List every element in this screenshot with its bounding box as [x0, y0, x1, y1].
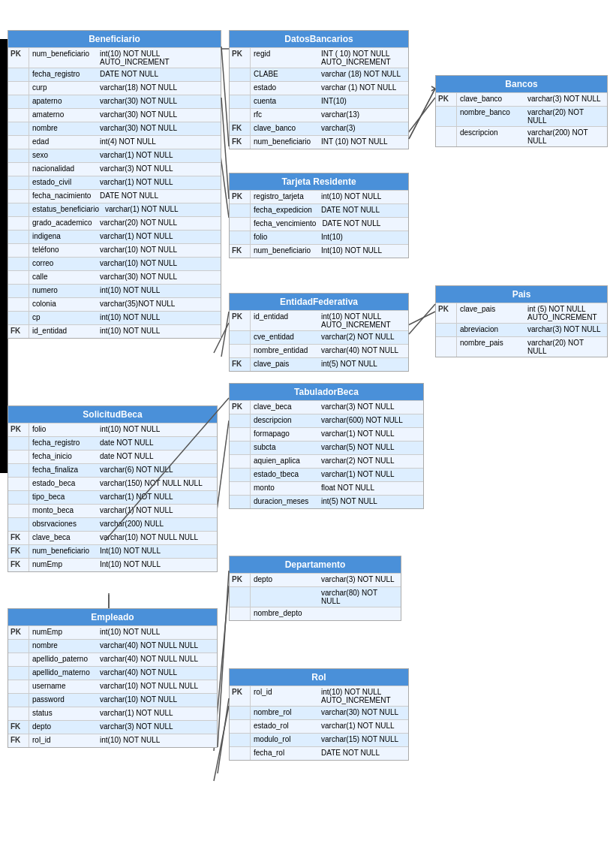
table-row: fecha_expedicion DATE NOT NULL [230, 203, 408, 217]
table-header-rol: Rol [230, 669, 408, 686]
diagram-container: Beneficiario PK num_beneficiario int(10)… [0, 0, 616, 865]
table-row: obsrvaciones varchar(200) NULL [8, 517, 217, 531]
table-row: FK clave_banco varchar(3) [230, 122, 408, 135]
svg-line-21 [218, 698, 229, 773]
table-departamento: Departamento PK depto varchar(3) NOT NUL… [229, 556, 401, 621]
table-row: cve_entidad varchar(2) NOT NULL [230, 330, 408, 344]
table-row: curp varchar(18) NOT NULL [8, 81, 221, 95]
table-row: cuenta INT(10) [230, 95, 408, 108]
table-row: fecha_vencimiento DATE NOT NULL [230, 217, 408, 231]
svg-line-11 [409, 89, 435, 139]
table-row: edad int(4) NOT NULL [8, 135, 221, 149]
table-row: PK clave_beca varchar(3) NOT NULL [230, 400, 423, 414]
table-row: FK clave_beca varchar(10) NOT NULL NULL [8, 531, 217, 544]
table-header-pais: Pais [436, 286, 607, 303]
table-row: nombre varchar(40) NOT NULL NULL [8, 639, 217, 653]
table-row: monto float NOT NULL [230, 481, 423, 495]
table-row: PK registro_tarjeta int(10) NOT NULL [230, 190, 408, 203]
table-row: PK numEmp int(10) NOT NULL [8, 625, 217, 639]
table-row: subcta varchar(5) NOT NULL [230, 441, 423, 454]
svg-line-10 [221, 47, 229, 146]
table-header-solicitudbeca: SolicitudBeca [8, 406, 217, 423]
table-row: nombre_depto [230, 607, 401, 620]
table-row: descripcion varchar(600) NOT NULL [230, 414, 423, 427]
table-row: FK num_beneficiario INT (10) NOT NULL [230, 135, 408, 149]
table-row: grado_academico varchar(20) NOT NULL [8, 216, 221, 230]
table-solicitudbeca: SolicitudBeca PK folio int(10) NOT NULL … [8, 405, 218, 572]
table-header-empleado: Empleado [8, 609, 217, 625]
table-row: nacionalidad varchar(3) NOT NULL [8, 162, 221, 176]
table-row: username varchar(10) NOT NULL NULL [8, 680, 217, 693]
table-row: FK numEmp Int(10) NOT NULL [8, 558, 217, 571]
table-row: formapago varchar(1) NOT NULL [230, 427, 423, 441]
table-row: estado_beca varchar(150) NOT NULL NULL [8, 477, 217, 490]
table-row: fecha_nacimiento DATE NOT NULL [8, 189, 221, 203]
table-pais: Pais PK clave_pais int (5) NOT NULL AUTO… [435, 285, 608, 357]
table-row: folio Int(10) [230, 231, 408, 244]
table-row: nombre_banco varchar(20) NOT NULL [436, 106, 607, 126]
table-row: abreviacion varchar(3) NOT NULL [436, 323, 607, 336]
table-row: rfc varchar(13) [230, 108, 408, 122]
table-row: fecha_registro date NOT NULL [8, 436, 217, 450]
table-row: estado_rol varchar(1) NOT NULL [230, 719, 408, 733]
table-row: indigena varchar(1) NOT NULL [8, 230, 221, 243]
table-datosbancarios: DatosBancarios PK regid INT ( 10) NOT NU… [229, 30, 409, 149]
table-rol: Rol PK rol_id int(10) NOT NULL AUTO_INCR… [229, 668, 409, 761]
table-entidadfederativa: EntidadFederativa PK id_entidad int(10) … [229, 293, 409, 372]
table-row: aquien_aplica varchar(2) NOT NULL [230, 454, 423, 468]
table-row: calle varchar(30) NOT NULL [8, 270, 221, 284]
table-row: duracion_meses int(5) NOT NULL [230, 495, 423, 508]
table-row: tipo_beca varchar(1) NOT NULL [8, 490, 217, 504]
table-header-datosbancarios: DatosBancarios [230, 31, 408, 47]
table-header-bancos: Bancos [436, 76, 607, 92]
table-row: apaterno varchar(30) NOT NULL [8, 95, 221, 108]
table-row: PK folio int(10) NOT NULL [8, 423, 217, 436]
table-header-beneficiario: Beneficiario [8, 31, 221, 47]
svg-line-17 [409, 304, 435, 334]
table-row: numero int(10) NOT NULL [8, 284, 221, 297]
table-row: FK id_entidad int(10) NOT NULL [8, 324, 221, 338]
table-tabuladorbeca: TabuladorBeca PK clave_beca varchar(3) N… [229, 383, 424, 509]
svg-line-15 [221, 98, 229, 199]
svg-line-20 [218, 571, 229, 747]
table-row: modulo_rol varchar(15) NOT NULL [230, 733, 408, 746]
table-header-tabuladorbeca: TabuladorBeca [230, 384, 423, 400]
table-row: PK regid INT ( 10) NOT NULL AUTO_INCREME… [230, 47, 408, 68]
table-row: estado varchar (1) NOT NULL [230, 81, 408, 95]
table-row: sexo varchar(1) NOT NULL [8, 149, 221, 162]
table-row: nombre_pais varchar(20) NOT NULL [436, 336, 607, 357]
table-row: fecha_inicio date NOT NULL [8, 450, 217, 463]
table-row: PK id_entidad int(10) NOT NULL AUTO_INCR… [230, 310, 408, 330]
table-row: estado_civil varchar(1) NOT NULL [8, 176, 221, 189]
table-row: fecha_rol DATE NOT NULL [230, 746, 408, 760]
table-row: FK num_beneficiario Int(10) NOT NULL [230, 244, 408, 258]
table-row: varchar(80) NOT NULL [230, 586, 401, 607]
table-row: fecha_registro DATE NOT NULL [8, 68, 221, 81]
table-tarjetaresidente: Tarjeta Residente PK registro_tarjeta in… [229, 173, 409, 258]
table-row: cp int(10) NOT NULL [8, 311, 221, 324]
table-bancos: Bancos PK clave_banco varchar(3) NOT NUL… [435, 75, 608, 147]
table-header-departamento: Departamento [230, 556, 401, 573]
table-row: FK rol_id int(10) NOT NULL [8, 734, 217, 747]
table-row: CLABE varchar (18) NOT NULL [230, 68, 408, 81]
table-row: status varchar(1) NOT NULL [8, 707, 217, 720]
table-empleado: Empleado PK numEmp int(10) NOT NULL nomb… [8, 608, 218, 748]
table-row: apellido_materno varchar(40) NOT NULL [8, 666, 217, 680]
table-row: colonia varchar(35)NOT NULL [8, 297, 221, 311]
table-row: FK clave_pais int(5) NOT NULL [230, 357, 408, 371]
table-row: teléfono varchar(10) NOT NULL [8, 243, 221, 257]
svg-line-16 [221, 312, 229, 357]
table-row: PK clave_banco varchar(3) NOT NULL [436, 92, 607, 106]
table-row: PK rol_id int(10) NOT NULL AUTO_INCREMEN… [230, 686, 408, 706]
table-row: FK num_beneficiario Int(10) NOT NULL [8, 544, 217, 558]
table-header-entidadfederativa: EntidadFederativa [230, 294, 408, 310]
table-row: nombre_entidad varchar(40) NOT NULL [230, 344, 408, 357]
table-beneficiario: Beneficiario PK num_beneficiario int(10)… [8, 30, 221, 339]
table-row: FK depto varchar(3) NOT NULL [8, 720, 217, 734]
table-row: correo varchar(10) NOT NULL [8, 257, 221, 270]
table-row: apellido_paterno varchar(40) NOT NULL NU… [8, 653, 217, 666]
table-row: nombre varchar(30) NOT NULL [8, 122, 221, 135]
table-row: password varchar(10) NOT NULL [8, 693, 217, 707]
table-row: amaterno varchar(30) NOT NULL [8, 108, 221, 122]
svg-line-12 [409, 89, 435, 139]
